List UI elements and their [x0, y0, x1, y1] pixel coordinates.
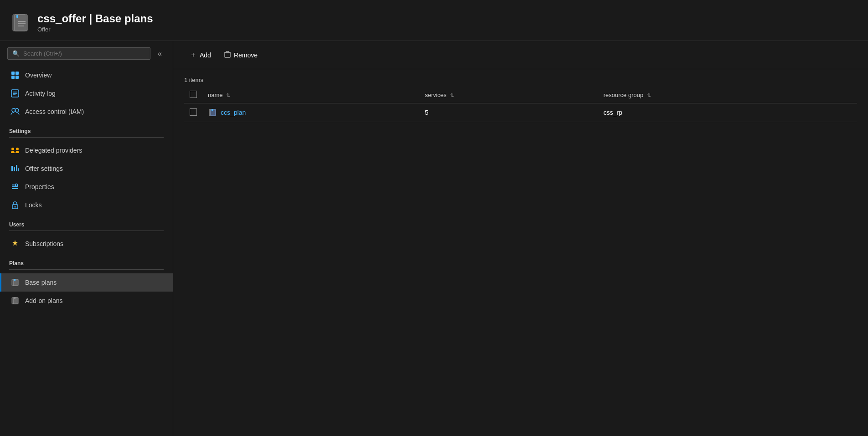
sidebar-item-activity-log[interactable]: Activity log: [0, 84, 173, 103]
svg-point-17: [16, 148, 19, 150]
row-services-cell: 5: [419, 103, 598, 122]
main-layout: 🔍 « Overview: [0, 41, 868, 436]
sidebar-item-delegated-providers-label: Delegated providers: [25, 147, 82, 154]
svg-rect-34: [225, 53, 230, 57]
locks-icon: [10, 200, 20, 210]
row-name-cell: ccs_plan: [202, 103, 419, 122]
svg-rect-36: [211, 109, 216, 116]
collapse-button[interactable]: «: [154, 48, 165, 60]
content-area: ＋ Add Remove 1 items: [173, 41, 868, 436]
resource-group-sort-icon: ⇅: [647, 92, 651, 98]
trash-icon: [224, 51, 231, 60]
sidebar-item-properties[interactable]: Properties: [0, 178, 173, 196]
add-button-label: Add: [200, 51, 211, 59]
remove-button[interactable]: Remove: [218, 48, 263, 62]
base-plans-icon: [10, 278, 20, 287]
users-divider: [9, 231, 164, 231]
header-checkbox-cell: [184, 87, 202, 103]
table-header: name ⇅ services ⇅ resource group ⇅: [184, 87, 857, 103]
svg-point-27: [15, 206, 16, 208]
delegated-providers-icon: [10, 146, 20, 155]
sidebar-item-properties-label: Properties: [25, 183, 54, 190]
plans-section-header: Plans: [0, 253, 173, 269]
sidebar-item-offer-settings-label: Offer settings: [25, 165, 63, 172]
svg-rect-30: [14, 279, 16, 281]
settings-section-header: Settings: [0, 121, 173, 137]
header-name[interactable]: name ⇅: [202, 87, 419, 103]
svg-rect-9: [16, 76, 19, 79]
offer-settings-icon: [10, 164, 20, 173]
users-section-header: Users: [0, 214, 173, 231]
table-body: ccs_plan 5 css_rp: [184, 103, 857, 122]
sidebar: 🔍 « Overview: [0, 41, 173, 436]
select-all-checkbox[interactable]: [190, 91, 197, 98]
toolbar: ＋ Add Remove: [173, 41, 868, 69]
svg-rect-7: [16, 72, 19, 75]
col-resource-group-label: resource group: [604, 92, 643, 98]
svg-rect-21: [18, 168, 19, 171]
sidebar-item-addon-plans[interactable]: Add-on plans: [0, 292, 173, 310]
sidebar-item-access-control[interactable]: Access control (IAM): [0, 103, 173, 121]
sidebar-item-addon-plans-label: Add-on plans: [25, 297, 63, 304]
subscriptions-icon: [10, 239, 20, 248]
access-control-icon: [10, 107, 20, 116]
sidebar-item-base-plans-label: Base plans: [25, 279, 57, 286]
sidebar-item-overview-label: Overview: [25, 72, 52, 79]
sidebar-item-access-control-label: Access control (IAM): [25, 108, 84, 115]
header-services[interactable]: services ⇅: [419, 87, 598, 103]
row-plan-icon: [208, 108, 217, 117]
name-sort-icon: ⇅: [226, 92, 230, 98]
search-icon: 🔍: [12, 50, 20, 57]
add-icon: ＋: [190, 50, 197, 60]
sidebar-item-base-plans[interactable]: Base plans: [0, 273, 173, 292]
table-area: 1 items name ⇅ services ⇅: [173, 69, 868, 436]
svg-rect-29: [13, 279, 18, 286]
search-row: 🔍 «: [0, 41, 173, 66]
sidebar-item-locks[interactable]: Locks: [0, 196, 173, 214]
row-checkbox[interactable]: [190, 108, 197, 116]
header-resource-group[interactable]: resource group ⇅: [598, 87, 857, 103]
sidebar-item-delegated-providers[interactable]: Delegated providers: [0, 141, 173, 159]
plans-divider: [9, 269, 164, 270]
sidebar-item-overview[interactable]: Overview: [0, 66, 173, 84]
add-button[interactable]: ＋ Add: [184, 47, 217, 62]
remove-button-label: Remove: [234, 51, 258, 59]
svg-rect-37: [212, 109, 213, 111]
header-text-block: css_offer | Base plans Offer: [37, 12, 153, 33]
search-box[interactable]: 🔍: [7, 47, 150, 60]
svg-rect-18: [11, 166, 13, 171]
row-resource-group-cell: css_rp: [598, 103, 857, 122]
sidebar-item-locks-label: Locks: [25, 201, 42, 209]
row-checkbox-cell: [184, 103, 202, 122]
sidebar-item-subscriptions[interactable]: Subscriptions: [0, 235, 173, 253]
svg-point-25: [16, 184, 18, 186]
svg-rect-32: [13, 298, 18, 304]
col-name-label: name: [208, 92, 223, 98]
page-header: css_offer | Base plans Offer: [0, 0, 868, 41]
data-table: name ⇅ services ⇅ resource group ⇅: [184, 87, 857, 122]
page-subtitle: Offer: [37, 26, 153, 33]
col-services-label: services: [425, 92, 447, 98]
activity-log-icon: [10, 89, 20, 98]
overview-icon: [10, 71, 20, 80]
svg-point-16: [11, 148, 14, 150]
sidebar-item-offer-settings[interactable]: Offer settings: [0, 159, 173, 178]
svg-rect-6: [11, 72, 15, 75]
settings-divider: [9, 137, 164, 138]
svg-rect-20: [16, 165, 17, 171]
plan-name-link[interactable]: ccs_plan: [221, 109, 246, 116]
items-count: 1 items: [184, 77, 857, 83]
svg-rect-33: [14, 297, 16, 299]
sidebar-item-activity-log-label: Activity log: [25, 90, 56, 97]
search-input[interactable]: [23, 50, 145, 57]
svg-rect-19: [14, 167, 15, 171]
addon-plans-icon: [10, 296, 20, 305]
offer-icon: [11, 13, 30, 32]
svg-rect-2: [16, 15, 18, 18]
svg-rect-8: [11, 76, 15, 79]
table-row: ccs_plan 5 css_rp: [184, 103, 857, 122]
services-sort-icon: ⇅: [450, 92, 454, 98]
page-title: css_offer | Base plans: [37, 12, 153, 25]
sidebar-item-subscriptions-label: Subscriptions: [25, 240, 63, 247]
properties-icon: [10, 182, 20, 191]
